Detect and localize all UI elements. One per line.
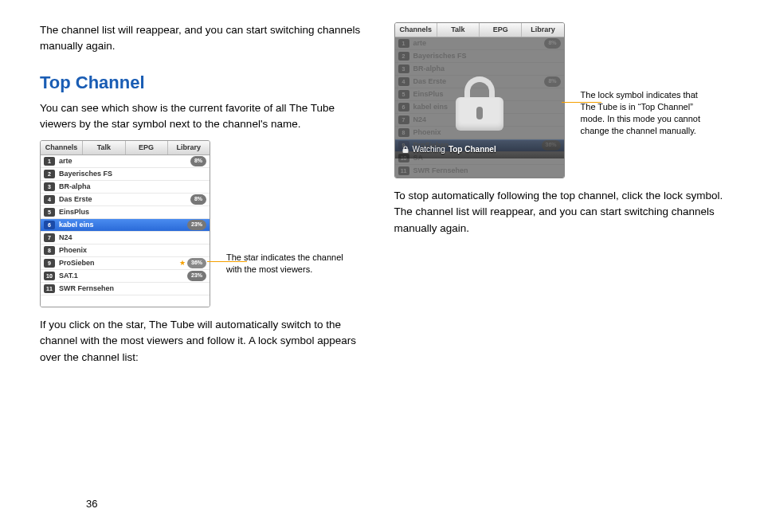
channel-name: Bayerisches FS (59, 169, 206, 180)
channel-percent: 23% (187, 271, 206, 281)
channel-name: BR-alpha (59, 182, 206, 193)
channel-name: SAT.1 (59, 271, 187, 282)
channel-row[interactable]: 4Das Erste8% (41, 194, 210, 206)
channel-name: Phoenix (59, 245, 206, 256)
locked-channel-panel: Channels Talk EPG Library 1arte8%2Bayeri… (394, 22, 565, 178)
channel-row[interactable]: 7N24 (41, 232, 210, 244)
caption-star: The star indicates the channel with the … (226, 252, 346, 276)
channel-percent: 36% (187, 258, 206, 268)
channel-name: ProSieben (59, 258, 187, 269)
channel-percent: 8% (190, 156, 206, 166)
tab-epg[interactable]: EPG (126, 141, 168, 155)
section-heading: Top Channel (40, 69, 370, 96)
channel-name: SWR Fernsehen (59, 284, 206, 295)
caption-lock: The lock symbol indicates that The Tube … (581, 89, 712, 136)
page-number: 36 (86, 498, 97, 510)
channel-row[interactable]: 3BR-alpha (41, 181, 210, 194)
panel-tabs: Channels Talk EPG Library (41, 141, 210, 155)
tab-channels[interactable]: Channels (41, 141, 83, 155)
channel-name: arte (59, 156, 190, 167)
channel-percent: 8% (190, 194, 206, 205)
channel-row[interactable]: 8Phoenix (41, 244, 210, 257)
tab-library[interactable]: Library (522, 23, 563, 37)
channel-row[interactable]: 9ProSieben36% (41, 257, 210, 270)
tab-library[interactable]: Library (168, 141, 210, 155)
tab-epg[interactable]: EPG (480, 23, 522, 37)
watching-bar: Watching Top Channel (395, 140, 564, 158)
channel-percent: 23% (187, 220, 206, 230)
channel-row[interactable]: 1arte8% (41, 155, 210, 168)
channel-list-panel: Channels Talk EPG Library 1arte8%2Bayeri… (40, 140, 210, 307)
panel-tabs-locked: Channels Talk EPG Library (395, 23, 564, 37)
svg-rect-0 (402, 149, 408, 153)
intro-paragraph: The channel list will reappear, and you … (40, 22, 370, 55)
channel-number: 3 (44, 182, 55, 191)
tab-talk[interactable]: Talk (437, 23, 480, 37)
channel-number: 1 (44, 157, 55, 166)
channel-number: 6 (44, 221, 55, 229)
tab-talk[interactable]: Talk (83, 141, 125, 155)
channel-name: EinsPlus (59, 207, 206, 218)
channel-row[interactable]: 11SWR Fernsehen (41, 283, 210, 295)
channel-number: 4 (44, 195, 55, 204)
channel-name: kabel eins (59, 220, 187, 231)
channel-row[interactable]: 2Bayerisches FS (41, 168, 210, 181)
channel-row[interactable]: 10SAT.123% (41, 270, 210, 283)
channel-number: 2 (44, 170, 55, 178)
channel-row[interactable]: 5EinsPlus (41, 206, 210, 219)
channel-number: 7 (44, 233, 55, 242)
channel-number: 10 (44, 272, 55, 280)
paragraph-2: If you click on the star, The Tube will … (40, 317, 370, 366)
lock-mini-icon (402, 146, 409, 154)
channel-number: 5 (44, 208, 55, 217)
channel-name: N24 (59, 233, 206, 244)
channel-row[interactable]: 6kabel eins23% (41, 219, 210, 232)
channel-number: 8 (44, 246, 55, 255)
channel-number: 11 (44, 284, 55, 293)
paragraph-3: To stop automatically following the top … (394, 188, 732, 237)
paragraph-1: You can see which show is the current fa… (40, 100, 370, 133)
channel-name: Das Erste (59, 194, 190, 205)
tab-channels[interactable]: Channels (395, 23, 437, 37)
lock-icon (451, 76, 508, 134)
channel-number: 9 (44, 259, 55, 268)
